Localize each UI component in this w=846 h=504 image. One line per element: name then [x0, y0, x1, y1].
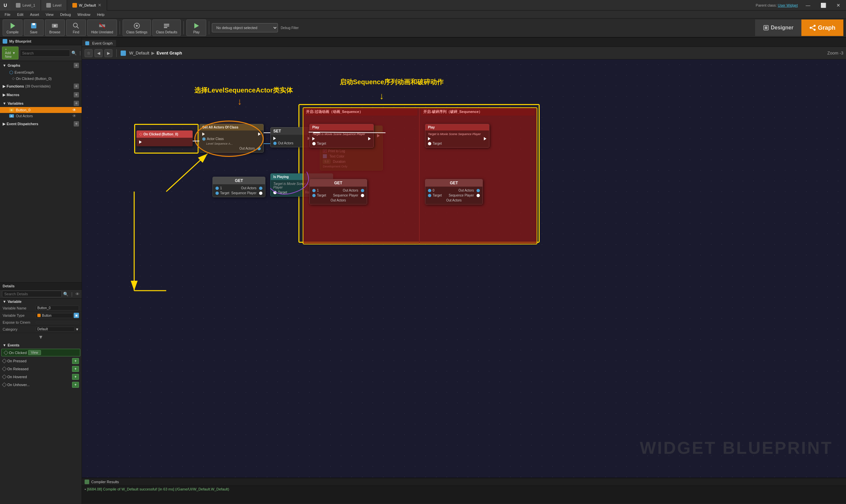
event-dispatchers-add-button[interactable]: +: [74, 121, 79, 126]
graph-tab[interactable]: Graph: [801, 19, 843, 36]
functions-section: ▶ Functions (39 Overridable) +: [0, 82, 82, 90]
blueprint-search-input[interactable]: [20, 50, 70, 57]
get-node-red-left[interactable]: GET 1 Out Actors Target Sequence Player: [309, 179, 367, 204]
class-defaults-icon: [163, 22, 171, 30]
find-button[interactable]: Find: [66, 19, 86, 36]
parent-class-label: Parent class:: [756, 3, 777, 7]
graphs-header[interactable]: ▼ Graphs +: [0, 62, 82, 69]
events-header[interactable]: ▼ Events: [0, 342, 82, 348]
on-clicked-event-row: On Clicked View: [1, 349, 80, 356]
menu-view[interactable]: View: [42, 12, 57, 17]
on-clicked-event-label: On Clicked: [9, 351, 27, 355]
get-all-actors-node[interactable]: Get All Actors Of Class Actor Class Leve…: [199, 124, 264, 152]
maximize-button[interactable]: ⬜: [816, 0, 831, 11]
variables-add-button[interactable]: +: [74, 101, 79, 106]
my-blueprint-header: My Blueprint: [0, 38, 82, 45]
minimize-button[interactable]: —: [800, 0, 816, 11]
graph-icon: ⬡: [9, 70, 13, 75]
compiler-icon: [85, 480, 89, 484]
menu-file[interactable]: File: [1, 12, 14, 17]
on-hovered-diamond-icon: [2, 375, 6, 379]
type-array-toggle[interactable]: ▣: [74, 313, 79, 318]
tab-icon: [46, 3, 51, 7]
macros-header[interactable]: ▶ Macros +: [0, 91, 82, 98]
details-panel: Details 🔍 ⋮ 👁 ▼ Variable Variable Name B…: [0, 282, 82, 504]
target-pin: [215, 192, 219, 195]
details-search-input[interactable]: [2, 291, 62, 297]
user-widget-link[interactable]: User Widget: [778, 3, 798, 7]
hide-unrelated-button[interactable]: Hide Unrelated: [87, 19, 117, 36]
on-unhovered-add-button[interactable]: +: [72, 382, 79, 388]
functions-header[interactable]: ▶ Functions (39 Overridable) +: [0, 83, 82, 90]
variable-type-row: Variable Type Button ▣: [0, 312, 82, 319]
get-index-pin: [215, 186, 219, 190]
view-button[interactable]: View: [28, 350, 41, 355]
debug-object-select[interactable]: No debug object selected: [212, 23, 278, 32]
menu-edit[interactable]: Edit: [14, 12, 27, 17]
menu-asset[interactable]: Asset: [27, 12, 42, 17]
tab-level[interactable]: Level: [41, 0, 67, 11]
menu-debug[interactable]: Debug: [57, 12, 74, 17]
back-button[interactable]: ◀: [94, 49, 103, 57]
on-pressed-diamond-icon: [2, 359, 6, 363]
bookmark-button[interactable]: ☆: [85, 49, 92, 57]
on-released-add-button[interactable]: +: [72, 366, 79, 372]
event-dispatchers-header[interactable]: ▶ Event Dispatchers +: [0, 120, 82, 127]
menu-window[interactable]: Window: [74, 12, 93, 17]
exec-out-pin: [139, 140, 142, 144]
svg-rect-12: [164, 25, 169, 26]
tab-level1[interactable]: Level_1: [11, 0, 41, 11]
event-icon: ◇: [139, 132, 142, 137]
close-button[interactable]: ✕: [831, 0, 846, 11]
event-graph-item[interactable]: ⬡ EventGraph: [0, 69, 82, 76]
search-icon: 🔍: [71, 51, 77, 55]
tab-wdefault[interactable]: W_Default ✕: [67, 0, 107, 11]
browse-button[interactable]: Browse: [45, 19, 65, 36]
variable-details-header[interactable]: ▼ Variable: [0, 299, 82, 305]
out-actors-variable-item[interactable]: A Out Actors 👁: [0, 113, 82, 119]
save-button[interactable]: Save: [24, 19, 43, 36]
main-layout: My Blueprint + Add New ▼ 🔍 ⋮ ⚙ ▼ Graphs …: [0, 38, 846, 504]
on-hovered-add-button[interactable]: +: [72, 374, 79, 380]
on-released-event-row: On Released +: [0, 365, 82, 373]
on-unhovered-event-row: On Unhover... +: [0, 381, 82, 389]
find-icon: [72, 22, 80, 30]
on-clicked-node[interactable]: ◇ On Clicked (Button_0): [137, 130, 193, 146]
class-defaults-button[interactable]: Class Defaults: [152, 19, 181, 36]
get-node-left[interactable]: GET 1 Out Actors Target Sequence Player: [212, 177, 265, 197]
svg-rect-11: [164, 24, 169, 25]
left-region-header: 开启-过场动画（动画_Sequence）: [303, 108, 417, 115]
graph-tab-bar: Event Graph: [82, 38, 846, 47]
play-button[interactable]: Play: [187, 19, 206, 36]
category-dropdown-icon[interactable]: ▼: [75, 327, 79, 331]
variables-header[interactable]: ▼ Variables +: [0, 100, 82, 107]
graph-canvas[interactable]: WIDGET BLUEPRINT 选择LevelSequenceActor类实体…: [82, 59, 846, 478]
menu-bar: File Edit Asset View Debug Window Help: [0, 11, 846, 18]
play-right-node[interactable]: Play Target is Movie Scene Sequence Play…: [425, 124, 490, 148]
expand-icon[interactable]: ▼: [38, 334, 43, 340]
graphs-add-button[interactable]: +: [74, 63, 79, 68]
variable-visibility-icon: 👁: [72, 114, 76, 118]
menu-help[interactable]: Help: [93, 12, 108, 17]
annotation-right-label: 启动Sequence序列动画和破碎动作: [340, 78, 443, 87]
on-pressed-add-button[interactable]: +: [72, 358, 79, 364]
main-toolbar: Compile Save Browse Find Hide Unrelated …: [0, 18, 846, 38]
svg-point-18: [814, 25, 816, 27]
get-node-red-right[interactable]: GET 0 Out Actors Target Sequence Player: [425, 179, 483, 204]
functions-add-button[interactable]: +: [74, 84, 79, 89]
compiler-header: Compiler Results: [82, 478, 846, 486]
on-clicked-item[interactable]: ◇ On Clicked (Button_0): [0, 76, 82, 81]
designer-tab[interactable]: Designer: [755, 19, 801, 36]
macros-section: ▶ Macros +: [0, 90, 82, 99]
compile-button[interactable]: Compile: [3, 19, 22, 36]
expose-cinema-row: Expose to Cinem: [0, 319, 82, 326]
class-settings-button[interactable]: Class Settings: [123, 19, 151, 36]
watermark: WIDGET BLUEPRINT: [640, 438, 833, 458]
button0-variable-item[interactable]: B Button_0 👁: [0, 107, 82, 113]
annotation-right-arrow: ↓: [380, 91, 384, 102]
macros-add-button[interactable]: +: [74, 92, 79, 97]
add-new-button[interactable]: + Add New ▼: [2, 47, 18, 59]
forward-button[interactable]: ▶: [104, 49, 112, 57]
right-region-header: 开启-破碎序列（破碎_Sequnence）: [421, 108, 535, 115]
play-left-node[interactable]: Play Target is Movie Scene Sequence Play…: [309, 124, 374, 148]
